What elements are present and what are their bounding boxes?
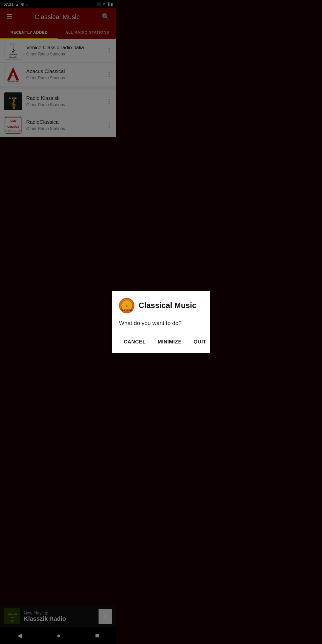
dialog-overlay[interactable]: ♪ CLASSICAL Classical Music What do you … <box>0 0 116 644</box>
dialog: ♪ CLASSICAL Classical Music What do you … <box>112 291 116 354</box>
